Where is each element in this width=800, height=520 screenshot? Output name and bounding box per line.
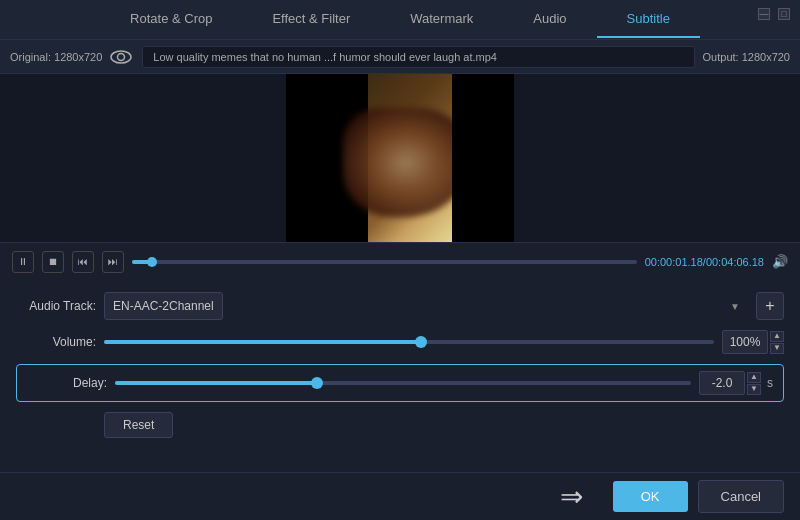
tab-watermark[interactable]: Watermark bbox=[380, 1, 503, 38]
svg-point-1 bbox=[118, 53, 125, 60]
video-thumbnail bbox=[286, 74, 514, 242]
pause-button[interactable]: ⏸ bbox=[12, 251, 34, 273]
reset-button[interactable]: Reset bbox=[104, 412, 173, 438]
delay-row-container: Delay: ▲ ▼ s bbox=[16, 364, 784, 402]
delay-spin-buttons: ▲ ▼ bbox=[747, 372, 761, 395]
forward-arrow-icon: ⇒ bbox=[560, 480, 583, 513]
volume-slider-track[interactable] bbox=[104, 340, 714, 344]
cancel-button[interactable]: Cancel bbox=[698, 480, 784, 513]
eye-icon[interactable] bbox=[110, 48, 134, 66]
volume-icon[interactable]: 🔊 bbox=[772, 254, 788, 269]
filename-display: Low quality memes that no human ...f hum… bbox=[142, 46, 694, 68]
progress-bar[interactable] bbox=[132, 260, 637, 264]
audio-track-dropdown-wrapper: EN-AAC-2Channel ▼ bbox=[104, 292, 748, 320]
delay-decrement-button[interactable]: ▼ bbox=[747, 384, 761, 395]
delay-slider-fill bbox=[115, 381, 317, 385]
tab-subtitle[interactable]: Subtitle bbox=[597, 1, 700, 38]
tab-effect-filter[interactable]: Effect & Filter bbox=[242, 1, 380, 38]
tab-rotate-crop[interactable]: Rotate & Crop bbox=[100, 1, 242, 38]
bottom-action-bar: ⇒ OK Cancel bbox=[0, 472, 800, 520]
delay-label: Delay: bbox=[27, 376, 107, 390]
next-button[interactable]: ⏭ bbox=[102, 251, 124, 273]
delay-row: Delay: ▲ ▼ s bbox=[27, 371, 773, 395]
reset-row: Reset bbox=[16, 412, 784, 438]
volume-slider-wrapper bbox=[104, 333, 714, 351]
dropdown-arrow-icon: ▼ bbox=[730, 301, 740, 312]
audio-track-row: Audio Track: EN-AAC-2Channel ▼ + bbox=[16, 292, 784, 320]
volume-decrement-button[interactable]: ▼ bbox=[770, 343, 784, 354]
delay-value-input[interactable] bbox=[699, 371, 745, 395]
playback-bar: ⏸ ⏹ ⏮ ⏭ 00:00:01.18/00:04:06.18 🔊 bbox=[0, 242, 800, 280]
delay-unit-label: s bbox=[767, 376, 773, 390]
delay-slider-wrapper bbox=[115, 374, 691, 392]
add-track-button[interactable]: + bbox=[756, 292, 784, 320]
tab-bar: Rotate & Crop Effect & Filter Watermark … bbox=[0, 0, 800, 40]
ok-button[interactable]: OK bbox=[613, 481, 688, 512]
prev-button[interactable]: ⏮ bbox=[72, 251, 94, 273]
volume-label: Volume: bbox=[16, 335, 96, 349]
maximize-button[interactable]: □ bbox=[778, 8, 790, 20]
minimize-button[interactable]: — bbox=[758, 8, 770, 20]
time-display: 00:00:01.18/00:04:06.18 bbox=[645, 256, 764, 268]
volume-value-wrapper: ▲ ▼ bbox=[722, 330, 784, 354]
volume-spin-buttons: ▲ ▼ bbox=[770, 331, 784, 354]
audio-panel: Audio Track: EN-AAC-2Channel ▼ + Volume:… bbox=[0, 280, 800, 450]
volume-increment-button[interactable]: ▲ bbox=[770, 331, 784, 342]
video-preview-area bbox=[0, 74, 800, 242]
original-resolution: Original: 1280x720 bbox=[10, 51, 102, 63]
volume-value-input[interactable] bbox=[722, 330, 768, 354]
delay-slider-thumb[interactable] bbox=[311, 377, 323, 389]
delay-slider-track[interactable] bbox=[115, 381, 691, 385]
volume-slider-thumb[interactable] bbox=[415, 336, 427, 348]
volume-row: Volume: ▲ ▼ bbox=[16, 330, 784, 354]
window-controls: — □ bbox=[758, 8, 790, 20]
video-frame bbox=[286, 74, 514, 242]
tab-audio[interactable]: Audio bbox=[503, 1, 596, 38]
delay-increment-button[interactable]: ▲ bbox=[747, 372, 761, 383]
info-bar: Original: 1280x720 Low quality memes tha… bbox=[0, 40, 800, 74]
delay-value-wrapper: ▲ ▼ s bbox=[699, 371, 773, 395]
audio-track-select[interactable]: EN-AAC-2Channel bbox=[104, 292, 223, 320]
stop-button[interactable]: ⏹ bbox=[42, 251, 64, 273]
volume-slider-fill bbox=[104, 340, 421, 344]
output-resolution: Output: 1280x720 bbox=[703, 51, 790, 63]
audio-track-label: Audio Track: bbox=[16, 299, 96, 313]
